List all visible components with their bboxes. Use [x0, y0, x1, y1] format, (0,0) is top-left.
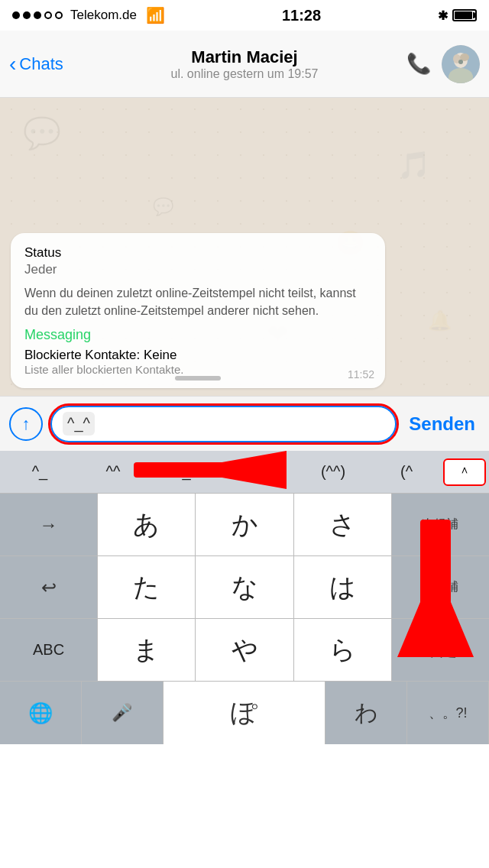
svg-text:💬: 💬 — [153, 196, 174, 217]
status-section-value: Jeder — [24, 262, 371, 277]
key-ta[interactable]: た — [98, 556, 196, 618]
nav-center: Martin Maciej ul. online gestern um 19:5… — [170, 47, 318, 81]
key-backspace[interactable]: ↩ — [0, 556, 98, 618]
blocked-title: Blockierte Kontakte: Keine — [24, 348, 371, 363]
svg-point-5 — [458, 60, 463, 64]
status-section-title: Status — [24, 245, 371, 261]
svg-text:💬: 💬 — [23, 115, 61, 151]
scroll-hint — [175, 376, 221, 381]
key-arrow-right[interactable]: → — [0, 494, 98, 555]
signal-dot-2 — [23, 11, 31, 19]
key-confirm[interactable]: 確定 — [392, 619, 489, 681]
contact-status: ul. online gestern um 19:57 — [170, 67, 318, 81]
chevron-left-icon: ‹ — [9, 53, 16, 75]
key-ya[interactable]: や — [196, 619, 293, 681]
status-bar: Telekom.de 📶 11:28 ✱ — [0, 0, 489, 31]
input-emoticon-text: ^_^ — [63, 412, 95, 436]
key-po[interactable]: ぽ — [164, 682, 326, 744]
keyboard-row-1: → あ か さ 次候補 — [0, 494, 489, 556]
key-na[interactable]: な — [196, 556, 293, 618]
nav-bar: ‹ Chats Martin Maciej ul. online gestern… — [0, 31, 489, 98]
key-ha[interactable]: は — [294, 556, 392, 618]
key-sa[interactable]: さ — [294, 494, 392, 555]
key-mic[interactable]: 🎤 — [82, 682, 164, 744]
emoji-suggestion-3[interactable]: ^_^ — [150, 457, 223, 487]
emoji-suggestion-1[interactable]: ^_ — [3, 457, 76, 487]
key-next-candidate[interactable]: 次候補 — [392, 494, 489, 555]
upload-icon: ↑ — [22, 414, 31, 434]
signal-dot-4 — [44, 11, 52, 19]
chat-area: 💬 🎵 😀 📷 ❤ 🔔 💬 Status Jeder Wenn du deine… — [0, 98, 489, 396]
upload-button[interactable]: ↑ — [9, 407, 43, 441]
emoji-suggestion-2[interactable]: ^^ — [76, 457, 150, 487]
emoji-suggestion-4[interactable]: ^o^ — [223, 457, 296, 487]
svg-text:🎵: 🎵 — [397, 149, 431, 181]
info-bubble: Status Jeder Wenn du deinen zuletzt onli… — [11, 233, 385, 388]
phone-icon[interactable]: 📞 — [406, 52, 431, 76]
messaging-label: Messaging — [24, 327, 371, 343]
key-wa[interactable]: わ — [325, 682, 407, 744]
status-left: Telekom.de 📶 — [12, 6, 165, 24]
key-punctuation[interactable]: 、。?! — [407, 682, 489, 744]
avatar[interactable] — [442, 45, 480, 83]
keyboard-row-4: 🌐 🎤 ぽ わ 、。?! — [0, 682, 489, 744]
key-ma[interactable]: ま — [98, 619, 196, 681]
carrier-label: Telekom.de — [70, 8, 137, 23]
bubble-timestamp: 11:52 — [348, 368, 374, 381]
signal-dot-3 — [34, 11, 41, 19]
key-ka[interactable]: か — [196, 494, 293, 555]
info-text: Wenn du deinen zuletzt online-Zeitstempe… — [24, 285, 371, 319]
nav-right: 📞 — [406, 45, 480, 83]
send-button[interactable]: Senden — [404, 413, 480, 435]
bluetooth-icon: ✱ — [438, 8, 448, 23]
back-button[interactable]: ‹ Chats — [9, 53, 101, 75]
emoji-suggestion-bar: ^_ ^^ ^_^ ^o^ (^^) (^ ＾ — [0, 451, 489, 494]
status-time: 11:28 — [282, 7, 321, 24]
keyboard: → あ か さ 次候補 ↩ た な は 次候補 ABC ま や ら 確定 🌐 🎤… — [0, 494, 489, 744]
status-right: ✱ — [438, 8, 477, 23]
emoji-suggestion-last[interactable]: ＾ — [443, 458, 486, 486]
keyboard-row-2: ↩ た な は 次候補 — [0, 556, 489, 619]
back-label: Chats — [19, 54, 63, 74]
wifi-icon: 📶 — [146, 6, 165, 24]
emoji-suggestion-5[interactable]: (^^) — [296, 457, 370, 487]
battery-icon — [452, 9, 477, 21]
emoji-suggestion-6[interactable]: (^ — [370, 457, 443, 487]
blocked-desc: Liste aller blockierten Kontakte. — [24, 363, 371, 376]
keyboard-row-3: ABC ま や ら 確定 — [0, 619, 489, 682]
signal-dot-1 — [12, 11, 20, 19]
input-bar: ↑ ^_^ Senden — [0, 396, 489, 451]
key-globe[interactable]: 🌐 — [0, 682, 82, 744]
key-ra[interactable]: ら — [294, 619, 392, 681]
key-abc[interactable]: ABC — [0, 619, 98, 681]
text-input[interactable]: ^_^ — [50, 406, 397, 442]
contact-name: Martin Maciej — [170, 47, 318, 67]
signal-dot-5 — [55, 11, 63, 19]
key-next-candidate-2[interactable]: 次候補 — [392, 556, 489, 618]
svg-text:🔔: 🔔 — [428, 309, 452, 332]
key-a[interactable]: あ — [98, 494, 196, 555]
